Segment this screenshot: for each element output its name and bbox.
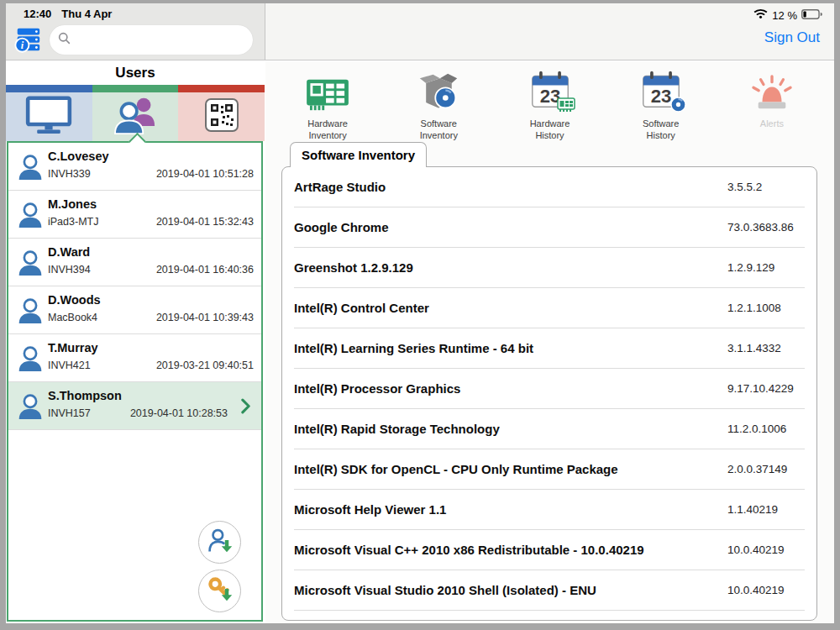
nav-label: Hardware History — [518, 118, 582, 142]
software-row[interactable]: ArtRage Studio 3.5.5.2 — [294, 167, 805, 207]
user-name: S.Thompson — [48, 389, 122, 402]
software-row[interactable]: Microsoft Visual C++ 2010 x86 Redistribu… — [294, 530, 805, 570]
section-nav: Hardware Inventory Software Inventory — [272, 68, 827, 142]
status-bar-left: 12:40 Thu 4 Apr — [24, 8, 112, 20]
nav-label: Alerts — [740, 118, 804, 129]
software-row[interactable]: Greenshot 1.2.9.129 1.2.9.129 — [294, 248, 805, 288]
software-history-icon: 23 — [641, 70, 681, 113]
battery-percent: 12 % — [772, 9, 797, 22]
sidebar-header: 12:40 Thu 4 Apr i — [6, 3, 265, 60]
qr-code-icon — [205, 98, 239, 135]
software-version: 1.1.40219 — [727, 503, 805, 516]
user-row-woods[interactable]: D.Woods MacBook4 2019-04-01 10:39:43 — [8, 286, 261, 334]
user-row-jones[interactable]: M.Jones iPad3-MTJ 2019-04-01 15:32:43 — [8, 191, 261, 239]
software-name: Microsoft Visual C++ 2010 x86 Redistribu… — [294, 543, 727, 557]
user-timestamp: 2019-04-01 15:32:43 — [156, 216, 254, 228]
nav-alerts[interactable]: Alerts — [717, 68, 827, 142]
software-row[interactable]: Intel(R) Processor Graphics 9.17.10.4229 — [294, 369, 805, 409]
user-row-thompson-selected[interactable]: S.Thompson INVH157 2019-04-01 10:28:53 — [8, 382, 261, 430]
nav-label: Software Inventory — [407, 118, 470, 142]
user-timestamp: 2019-04-01 10:51:28 — [156, 168, 254, 180]
user-device: iPad3-MTJ — [48, 216, 98, 228]
download-user-button[interactable] — [198, 521, 241, 564]
software-row[interactable]: Google Chrome 73.0.3683.86 — [294, 207, 805, 248]
software-row[interactable]: Intel(R) Rapid Storage Technology 11.2.0… — [294, 409, 805, 449]
user-timestamp: 2019-03-21 09:40:51 — [156, 360, 254, 371]
software-table: ArtRage Studio 3.5.5.2 Google Chrome 73.… — [281, 166, 817, 621]
user-row-murray[interactable]: T.Murray INVH421 2019-03-21 09:40:51 — [8, 334, 261, 382]
hardware-inventory-icon — [305, 68, 350, 113]
status-time: 12:40 — [24, 8, 51, 20]
user-icon — [17, 393, 44, 423]
software-name: Microsoft Help Viewer 1.1 — [294, 502, 727, 517]
toolbar: 12 % Sign Out — [265, 3, 834, 60]
user-icon — [17, 202, 44, 232]
status-bar-right: 12 % — [753, 8, 822, 22]
software-inventory-tab-label: Software Inventory — [302, 148, 415, 162]
software-name: Greenshot 1.2.9.129 — [294, 260, 727, 275]
software-name: Intel(R) Processor Graphics — [294, 381, 727, 396]
search-input[interactable] — [76, 34, 244, 47]
tab-devices[interactable] — [6, 85, 92, 141]
users-group-icon — [112, 95, 159, 139]
software-version: 2.0.0.37149 — [727, 463, 805, 475]
software-version: 10.0.40219 — [727, 543, 805, 556]
tab-qr-codes[interactable] — [178, 85, 265, 141]
software-row[interactable]: Intel(R) SDK for OpenCL - CPU Only Runti… — [294, 449, 805, 490]
software-name: Intel(R) Rapid Storage Technology — [294, 422, 727, 436]
software-name: Intel(R) Learning Series Runtime - 64 bi… — [294, 341, 727, 355]
software-version: 10.0.40219 — [727, 584, 805, 596]
software-version: 73.0.3683.86 — [727, 221, 805, 234]
user-timestamp: 2019-04-01 16:40:36 — [156, 264, 254, 276]
app-logo-icon: i — [13, 26, 42, 55]
user-list: C.Lovesey INVH339 2019-04-01 10:51:28 M.… — [7, 141, 263, 622]
user-device: INVH421 — [48, 360, 91, 371]
software-version: 3.1.1.4332 — [727, 342, 805, 354]
software-row[interactable]: Intel(R) Learning Series Runtime - 64 bi… — [294, 328, 805, 369]
wifi-icon — [753, 8, 768, 22]
user-name: T.Murray — [48, 341, 98, 354]
alerts-icon — [749, 68, 795, 113]
user-name: M.Jones — [48, 197, 97, 211]
mini-disc-icon — [670, 97, 686, 116]
chevron-right-icon — [241, 398, 250, 417]
mini-chip-icon — [557, 97, 575, 116]
status-date: Thu 4 Apr — [61, 8, 112, 20]
tab-users[interactable] — [92, 85, 179, 141]
nav-label: Software History — [629, 118, 693, 142]
user-timestamp: 2019-04-01 10:39:43 — [156, 312, 254, 323]
user-icon — [17, 297, 44, 328]
user-name: D.Ward — [48, 245, 90, 259]
sign-out-button[interactable]: Sign Out — [764, 29, 820, 46]
user-icon — [17, 345, 44, 375]
monitor-icon — [25, 96, 72, 138]
nav-software-inventory[interactable]: Software Inventory — [383, 68, 494, 142]
user-download-icon — [207, 528, 234, 558]
nav-label: Hardware Inventory — [296, 118, 360, 142]
user-device: MacBook4 — [48, 312, 97, 323]
nav-software-history[interactable]: 23 Software History — [606, 68, 717, 142]
software-version: 9.17.10.4229 — [727, 382, 805, 395]
nav-hardware-inventory[interactable]: Hardware Inventory — [272, 68, 383, 142]
device-frame: 12:40 Thu 4 Apr i 12 % — [0, 0, 840, 630]
software-row[interactable]: Microsoft Help Viewer 1.1 1.1.40219 — [294, 490, 805, 530]
main-panel: Hardware Inventory Software Inventory — [265, 61, 834, 623]
nav-hardware-history[interactable]: 23 — [494, 68, 605, 142]
search-field[interactable] — [50, 25, 253, 55]
software-name: Microsoft Visual Studio 2010 Shell (Isol… — [294, 583, 727, 597]
software-version: 11.2.0.1006 — [727, 423, 805, 435]
key-download-icon — [207, 576, 234, 606]
software-version: 1.2.1.1008 — [727, 302, 805, 314]
tab-users-colorbar — [92, 85, 179, 92]
user-icon — [17, 249, 44, 280]
user-row-lovesey[interactable]: C.Lovesey INVH339 2019-04-01 10:51:28 — [8, 143, 261, 191]
software-name: Google Chrome — [294, 220, 727, 234]
user-row-ward[interactable]: D.Ward INVH394 2019-04-01 16:40:36 — [8, 239, 261, 286]
tab-qr-colorbar — [178, 85, 265, 92]
download-key-button[interactable] — [198, 570, 241, 612]
software-row[interactable]: Microsoft Visual Studio 2010 Shell (Isol… — [294, 570, 805, 611]
user-device: INVH157 — [48, 407, 91, 419]
user-device: INVH339 — [48, 168, 91, 180]
svg-text:23: 23 — [650, 86, 671, 107]
software-row[interactable]: Intel(R) Control Center 1.2.1.1008 — [294, 288, 805, 328]
